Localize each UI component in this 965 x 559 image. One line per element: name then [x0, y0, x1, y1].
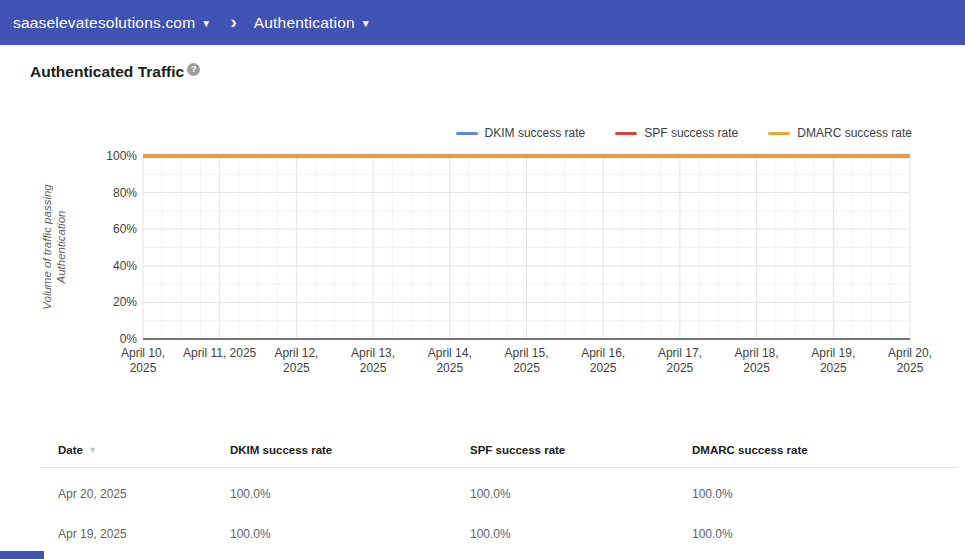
x-tick-label: April 15, 2025: [488, 346, 566, 376]
partial-bar-bottom-left: [0, 551, 44, 559]
legend-line-icon: [768, 132, 790, 135]
domain-label: saaselevatesolutions.com: [13, 14, 195, 32]
table-cell: 100.0%: [692, 527, 958, 541]
x-tick-label: April 13, 2025: [334, 346, 412, 376]
x-tick-label: April 17, 2025: [641, 346, 719, 376]
legend-label: SPF success rate: [644, 126, 738, 140]
chevron-down-icon: ▼: [361, 18, 371, 29]
table-header-date[interactable]: Date▼: [58, 444, 230, 456]
table-cell: 100.0%: [230, 527, 470, 541]
table-cell: Apr 19, 2025: [58, 527, 230, 541]
legend-item-dkim: DKIM success rate: [456, 126, 586, 140]
chevron-down-icon: ▼: [201, 18, 211, 29]
sort-desc-icon: ▼: [88, 445, 97, 455]
y-tick-label: 40%: [57, 259, 137, 273]
legend-item-spf: SPF success rate: [615, 126, 738, 140]
auth-data-table: Date▼DKIM success rateSPF success rateDM…: [40, 444, 958, 554]
table-header-divider: [40, 467, 958, 468]
table-header-row: Date▼DKIM success rateSPF success rateDM…: [40, 444, 958, 467]
x-tick-label: April 18, 2025: [718, 346, 796, 376]
plot-area: [143, 156, 910, 339]
y-tick-label: 60%: [57, 222, 137, 236]
x-tick-label: April 14, 2025: [411, 346, 489, 376]
legend-label: DKIM success rate: [485, 126, 586, 140]
y-tick-label: 100%: [57, 149, 137, 163]
legend-label: DMARC success rate: [797, 126, 912, 140]
table-header-spf-success-rate[interactable]: SPF success rate: [470, 444, 692, 456]
help-icon[interactable]: ?: [187, 63, 200, 76]
y-tick-label: 80%: [57, 186, 137, 200]
x-tick-label: April 16, 2025: [564, 346, 642, 376]
table-body: Apr 20, 2025100.0%100.0%100.0%Apr 19, 20…: [40, 474, 958, 554]
chart-legend: DKIM success rateSPF success rateDMARC s…: [426, 126, 912, 140]
table-cell: 100.0%: [470, 527, 692, 541]
legend-line-icon: [615, 132, 637, 135]
section-dropdown[interactable]: Authentication ▼: [254, 14, 371, 32]
x-tick-label: April 10, 2025: [104, 346, 182, 376]
table-header-dkim-success-rate[interactable]: DKIM success rate: [230, 444, 470, 456]
legend-line-icon: [456, 132, 478, 135]
x-tick-label: April 19, 2025: [794, 346, 872, 376]
y-tick-label: 20%: [57, 295, 137, 309]
table-row: Apr 19, 2025100.0%100.0%100.0%: [40, 514, 958, 554]
table-cell: 100.0%: [692, 487, 958, 501]
page-title-row: Authenticated Traffic ?: [30, 63, 200, 81]
chart-canvas: [143, 156, 910, 339]
top-navigation-bar: saaselevatesolutions.com ▼ › Authenticat…: [0, 0, 965, 45]
legend-item-dmarc: DMARC success rate: [768, 126, 912, 140]
table-header-dmarc-success-rate[interactable]: DMARC success rate: [692, 444, 958, 456]
section-label: Authentication: [254, 14, 355, 32]
x-tick-label: April 20, 2025: [871, 346, 949, 376]
page-title: Authenticated Traffic: [30, 63, 184, 81]
y-axis-title: Volume of traffic passing Authentication: [40, 140, 70, 354]
table-cell: Apr 20, 2025: [58, 487, 230, 501]
app-window: saaselevatesolutions.com ▼ › Authenticat…: [0, 0, 965, 559]
table-cell: 100.0%: [230, 487, 470, 501]
table-row: Apr 20, 2025100.0%100.0%100.0%: [40, 474, 958, 514]
x-tick-label: April 11, 2025: [181, 346, 259, 361]
domain-dropdown[interactable]: saaselevatesolutions.com ▼: [13, 14, 211, 32]
table-cell: 100.0%: [470, 487, 692, 501]
y-tick-label: 0%: [57, 332, 137, 346]
x-tick-label: April 12, 2025: [257, 346, 335, 376]
breadcrumb-chevron-icon: ›: [230, 11, 236, 33]
